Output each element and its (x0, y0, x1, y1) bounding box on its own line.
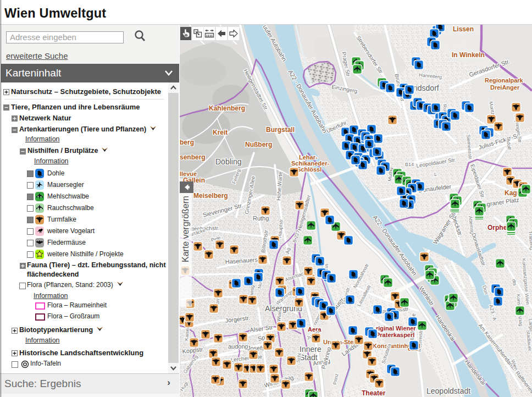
svg-text:Lissen: Lissen (453, 25, 474, 33)
svg-text:Schlössl: Schlössl (297, 166, 322, 173)
svg-text:Meiselberg: Meiselberg (193, 192, 228, 200)
svg-text:Döbling: Döbling (215, 157, 241, 166)
svg-text:Regionalpark: Regionalpark (485, 77, 524, 84)
svg-text:Kagr: Kagr (505, 189, 520, 197)
svg-text:dts: dts (511, 279, 518, 286)
svg-text:Äg: Äg (285, 247, 291, 255)
svg-text:Kahlenberg: Kahlenberg (209, 104, 245, 112)
svg-text:Adolf: Adolf (506, 138, 512, 150)
svg-text:B14: B14 (405, 162, 414, 167)
svg-text:berg: berg (180, 139, 194, 146)
svg-text:DreiAnger: DreiAnger (490, 84, 520, 91)
svg-text:Leopoldstadt: Leopoldstadt (426, 387, 470, 395)
svg-text:Wian: Wian (276, 310, 282, 322)
svg-text:L: L (434, 172, 437, 177)
svg-text:Innere: Innere (300, 345, 322, 354)
svg-text:Kreit: Kreit (213, 129, 228, 136)
svg-text:Ruthg.: Ruthg. (253, 215, 270, 222)
svg-text:Theater: Theater (362, 389, 386, 397)
svg-text:Burgstall: Burgstall (266, 126, 295, 134)
svg-text:senberg: senberg (180, 153, 206, 161)
svg-text:ridsdorf: ridsdorf (413, 84, 439, 92)
svg-text:audong: audong (228, 343, 248, 350)
svg-text:Praterkasperl: Praterkasperl (376, 332, 414, 338)
svg-text:Nußberg: Nußberg (245, 141, 272, 148)
svg-text:In Winkeln: In Winkeln (452, 51, 485, 59)
